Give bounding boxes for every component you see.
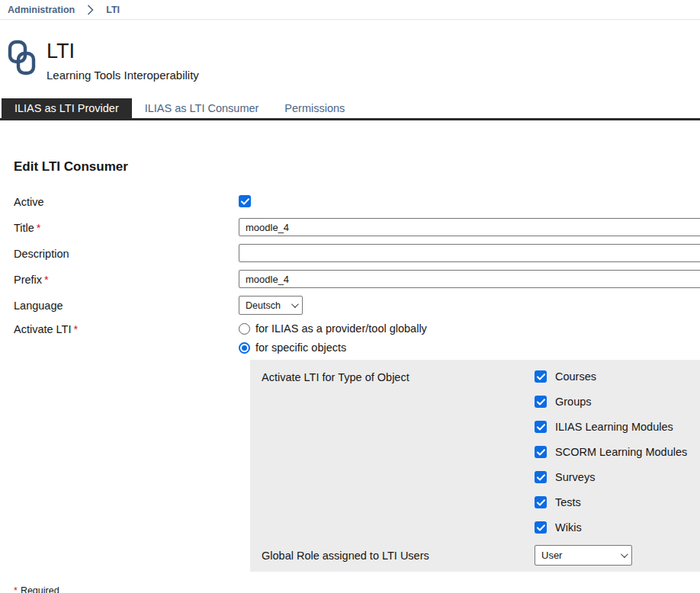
object-type-label: Groups <box>555 396 592 408</box>
global-role-row: Global Role assigned to LTI Users User <box>262 545 700 566</box>
checked-checkbox[interactable] <box>535 396 547 408</box>
form-row-title: Title* <box>14 218 700 236</box>
lti-chain-link-icon <box>6 40 37 75</box>
active-checkbox[interactable] <box>239 195 251 207</box>
required-footnote-text: Required <box>21 585 59 593</box>
language-label: Language <box>14 299 239 312</box>
breadcrumb-administration-link[interactable]: Administration <box>8 5 75 15</box>
required-asterisk: * <box>73 323 78 335</box>
required-asterisk: * <box>14 585 18 593</box>
object-type-check-item[interactable]: Wikis <box>535 521 687 534</box>
object-type-check-item[interactable]: ILIAS Learning Modules <box>535 421 687 433</box>
breadcrumb: Administration LTI <box>0 0 700 20</box>
checked-checkbox[interactable] <box>535 496 547 508</box>
global-role-select[interactable]: User <box>535 545 632 566</box>
description-input[interactable] <box>239 244 700 262</box>
object-type-check-item[interactable]: Groups <box>535 396 687 408</box>
form-row-prefix: Prefix* <box>14 270 700 288</box>
prefix-input[interactable] <box>239 270 700 288</box>
language-select-value: Deutsch <box>246 300 281 311</box>
required-footnote: * Required <box>14 585 700 593</box>
title-input[interactable] <box>239 218 700 236</box>
chevron-down-icon <box>621 550 628 558</box>
breadcrumb-lti-link[interactable]: LTI <box>106 5 120 15</box>
checked-checkbox[interactable] <box>535 471 547 483</box>
tab-ilias-as-lti-provider[interactable]: ILIAS as LTI Provider <box>2 98 132 118</box>
radio-icon-unselected[interactable] <box>239 323 250 335</box>
object-type-label: Courses <box>555 370 596 383</box>
prefix-label: Prefix* <box>14 273 239 286</box>
title-label-text: Title <box>14 222 34 234</box>
activate-lti-radio-group: for ILIAS as a provider/tool globally fo… <box>239 322 427 354</box>
page-subtitle: Learning Tools Interoperability <box>47 69 199 82</box>
required-asterisk: * <box>37 222 41 234</box>
language-select[interactable]: Deutsch <box>239 296 303 315</box>
form-heading: Edit LTI Consumer <box>14 159 700 175</box>
object-type-check-item[interactable]: Surveys <box>535 471 687 483</box>
object-type-label: SCORM Learning Modules <box>555 446 687 458</box>
title-label: Title* <box>14 221 239 234</box>
chevron-down-icon <box>291 300 299 308</box>
checked-checkbox[interactable] <box>535 446 547 458</box>
object-type-label: ILIAS Learning Modules <box>555 421 673 433</box>
description-label: Description <box>14 247 239 260</box>
page-header: LTI Learning Tools Interoperability <box>0 20 700 82</box>
object-type-label: Tests <box>555 496 581 508</box>
object-types-label: Activate LTI for Type of Object <box>262 370 535 383</box>
tab-permissions[interactable]: Permissions <box>271 98 358 118</box>
checked-checkbox[interactable] <box>535 421 547 433</box>
form-row-language: Language Deutsch <box>14 296 700 315</box>
radio-option-globally[interactable]: for ILIAS as a provider/tool globally <box>239 322 427 335</box>
form-row-active: Active <box>14 192 700 210</box>
tab-ilias-as-lti-consumer[interactable]: ILIAS as LTI Consumer <box>132 98 272 118</box>
breadcrumb-chevron-icon <box>87 5 94 15</box>
specific-objects-panel: Activate LTI for Type of Object Courses <box>250 360 700 572</box>
radio-globally-label: for ILIAS as a provider/tool globally <box>255 322 427 335</box>
radio-icon-selected[interactable] <box>239 342 250 354</box>
form-row-activate-lti: Activate LTI* for ILIAS as a provider/to… <box>14 322 700 354</box>
object-types-check-list: Courses Groups ILIAS Learning Mo <box>535 370 687 534</box>
checked-checkbox[interactable] <box>535 521 547 534</box>
object-type-check-item[interactable]: Courses <box>535 370 687 383</box>
active-label: Active <box>14 195 239 208</box>
object-type-check-item[interactable]: SCORM Learning Modules <box>535 446 687 458</box>
object-type-label: Surveys <box>555 471 595 483</box>
tab-bar: ILIAS as LTI Provider ILIAS as LTI Consu… <box>0 98 700 120</box>
form-row-description: Description <box>14 244 700 262</box>
prefix-label-text: Prefix <box>14 274 42 286</box>
edit-lti-consumer-form: Edit LTI Consumer Active Title* Descript… <box>0 159 700 593</box>
object-types-row: Activate LTI for Type of Object Courses <box>262 370 700 534</box>
radio-specific-objects-label: for specific objects <box>255 341 346 354</box>
object-type-check-item[interactable]: Tests <box>535 496 687 508</box>
radio-option-specific-objects[interactable]: for specific objects <box>239 341 427 354</box>
checked-checkbox[interactable] <box>535 370 547 383</box>
required-asterisk: * <box>44 274 49 286</box>
activate-lti-label: Activate LTI* <box>14 322 239 335</box>
activate-lti-label-text: Activate LTI <box>14 323 71 335</box>
global-role-select-value: User <box>541 550 562 561</box>
global-role-label: Global Role assigned to LTI Users <box>262 549 535 562</box>
object-type-label: Wikis <box>555 521 582 534</box>
page-title: LTI <box>47 40 199 63</box>
